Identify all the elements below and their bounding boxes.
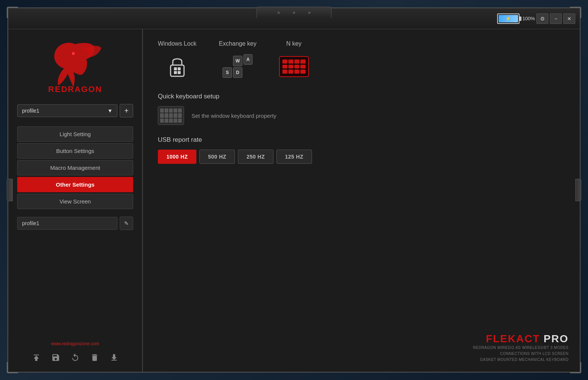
exchange-key-control: Exchange key W A S D (219, 40, 257, 82)
minimize-button[interactable]: − (550, 13, 562, 24)
svg-rect-5 (174, 71, 177, 74)
edit-profile-button[interactable]: ✎ (120, 217, 133, 230)
hz-500-button[interactable]: 500 HZ (199, 150, 235, 164)
main-area: REDRAGON profile1 ▼ + Light Setting Butt… (8, 29, 580, 372)
sidebar-item-view-screen[interactable]: View Screen (17, 194, 133, 209)
n-key-control: N key (279, 40, 309, 82)
right-side-decoration (575, 179, 581, 201)
website-label: www.redragonzone.com (8, 341, 142, 346)
profile-edit-row: profile1 ✎ (17, 217, 133, 230)
sidebar: REDRAGON profile1 ▼ + Light Setting Butt… (8, 29, 143, 372)
exchange-key-label: Exchange key (219, 40, 257, 47)
n-key-icon[interactable] (279, 52, 309, 82)
profile-selector: profile1 ▼ + (8, 104, 142, 117)
svg-rect-3 (174, 67, 177, 70)
lock-icon-svg (165, 53, 189, 80)
svg-point-0 (72, 52, 75, 55)
chevron-down-icon: ▼ (107, 108, 113, 114)
profile-dropdown[interactable]: profile1 ▼ (17, 104, 117, 117)
brand-subtitle-line3: GASKET MOUNTED MECHANICAL KEYBOARD (473, 357, 569, 363)
windows-lock-control: Windows Lock (158, 40, 196, 82)
add-profile-button[interactable]: + (120, 104, 133, 117)
svg-rect-2 (171, 65, 184, 76)
left-side-decoration (7, 179, 13, 201)
n-key-label: N key (286, 40, 301, 47)
battery-percentage: 100% (523, 16, 535, 21)
hz-250-button[interactable]: 250 HZ (238, 150, 273, 164)
sidebar-item-button-settings[interactable]: Button Settings (17, 143, 133, 159)
battery-area: ⚡ 100% (497, 13, 535, 24)
brand-subtitle-line2: CONNECTIONS WITH LCD SCREEN (473, 351, 569, 357)
branding-area: FLEKACT PRO REDRAGON WIRED/2.4G WIRELESS… (473, 333, 569, 363)
usb-report-rate-title: USB report rate (158, 136, 565, 144)
profile-name-display: profile1 (17, 217, 117, 230)
hz-buttons-group: 1000 HZ 500 HZ 250 HZ 125 HZ (158, 150, 565, 164)
exchange-key-icon[interactable]: W A S D (223, 52, 252, 82)
profile-dropdown-label: profile1 (22, 108, 39, 114)
svg-text:REDRAGON: REDRAGON (48, 85, 102, 94)
sidebar-item-macro-management[interactable]: Macro Management (17, 160, 133, 175)
settings-button[interactable]: ⚙ (536, 13, 548, 24)
quick-setup-row: Set the window keyboard property (158, 106, 565, 125)
bottom-icons (8, 351, 142, 364)
download-icon[interactable] (107, 351, 121, 364)
corner-decoration-bl (7, 362, 18, 373)
brand-name-white: PRO (540, 333, 569, 344)
title-bar-controls: ⚙ − ✕ (536, 13, 575, 24)
usb-report-rate-section: USB report rate 1000 HZ 500 HZ 250 HZ 12… (158, 136, 565, 164)
sidebar-item-other-settings[interactable]: Other Settings (17, 177, 133, 192)
upload-icon[interactable] (30, 351, 43, 364)
corner-decoration-tl (7, 7, 18, 18)
keyboard-thumbnail-icon[interactable] (158, 106, 184, 125)
top-controls: Windows Lock (158, 40, 565, 82)
quick-setup-title: Quick keyboard setup (158, 93, 565, 100)
hz-125-button[interactable]: 125 HZ (276, 150, 312, 164)
svg-rect-4 (178, 67, 181, 70)
svg-rect-6 (178, 71, 181, 74)
battery-icon: ⚡ (497, 13, 520, 24)
delete-icon[interactable] (88, 351, 101, 364)
hz-1000-button[interactable]: 1000 HZ (158, 150, 196, 164)
nav-buttons: Light Setting Button Settings Macro Mana… (8, 126, 142, 209)
quick-setup-description: Set the window keyboard property (192, 113, 276, 119)
restore-icon[interactable] (68, 351, 82, 364)
corner-decoration-br (570, 362, 581, 373)
save-icon[interactable] (49, 351, 62, 364)
content-area: Windows Lock (143, 29, 580, 372)
sidebar-item-light-setting[interactable]: Light Setting (17, 126, 133, 142)
battery-lightning-icon: ⚡ (505, 16, 511, 21)
battery-fill: ⚡ (499, 15, 518, 22)
windows-lock-label: Windows Lock (158, 40, 196, 47)
windows-lock-icon[interactable] (162, 52, 192, 82)
brand-name-red: FLEKACT (486, 333, 540, 344)
top-decoration (257, 7, 331, 18)
corner-decoration-tr (570, 7, 581, 18)
app-window: ⚡ 100% ⚙ − ✕ (7, 7, 581, 373)
redragon-logo: REDRAGON (38, 37, 113, 96)
quick-keyboard-setup-section: Quick keyboard setup Set the window keyb… (158, 93, 565, 125)
brand-subtitle-line1: REDRAGON WIRED/2.4G WIRELESS/BT 3 MODES (473, 345, 569, 351)
brand-title: FLEKACT PRO (473, 333, 569, 345)
logo-area: REDRAGON (8, 29, 142, 104)
